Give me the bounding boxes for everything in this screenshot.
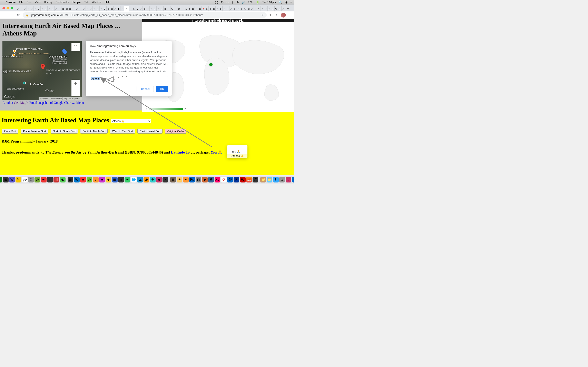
- tab-item[interactable]: ⟋: [51, 6, 54, 11]
- tab-item[interactable]: S: [243, 6, 247, 11]
- omnibox[interactable]: 🔒 rjmprogramming.com.au/HTMLCSS/interest…: [23, 12, 267, 18]
- map-zoom-in-button[interactable]: +: [71, 80, 80, 88]
- tab-item[interactable]: ✓: [226, 6, 229, 11]
- bookmark-star-icon[interactable]: ☆: [261, 13, 264, 17]
- tab-item[interactable]: ⟋: [153, 6, 156, 11]
- dock-app-icon[interactable]: ▭: [47, 177, 53, 183]
- dock-app-icon[interactable]: ✦: [125, 177, 130, 183]
- tab-item[interactable]: G: [37, 6, 41, 11]
- dock-app-icon[interactable]: ✎: [16, 177, 21, 183]
- tab-item[interactable]: ⟋: [48, 6, 51, 11]
- dock-folder-icon[interactable]: 📁: [267, 177, 272, 183]
- dock-app-icon[interactable]: ☀: [183, 177, 189, 183]
- dock-terminal-icon[interactable]: ▪: [163, 177, 168, 183]
- tab-item[interactable]: ⟋: [160, 6, 164, 11]
- tab-item[interactable]: ⟋: [82, 6, 86, 11]
- notification-center-icon[interactable]: ≡: [290, 1, 292, 4]
- dock-app-icon[interactable]: ✈: [150, 177, 156, 183]
- another-link[interactable]: Another: [2, 101, 13, 104]
- dock-app-icon[interactable]: ◆: [156, 177, 162, 183]
- dock-app-icon[interactable]: W: [9, 177, 15, 183]
- dock-app-icon[interactable]: R: [208, 177, 214, 183]
- you-link[interactable]: You 🙏: [210, 150, 222, 154]
- tab-item[interactable]: ⟋: [20, 6, 23, 11]
- tab-item[interactable]: ⟋: [79, 6, 82, 11]
- tab-item[interactable]: ⟋: [268, 6, 271, 11]
- dock-app-icon[interactable]: ◉: [292, 177, 294, 183]
- tab-item[interactable]: ⟋: [93, 6, 96, 11]
- tab-item[interactable]: ▦: [65, 6, 68, 11]
- extensions-puzzle-icon[interactable]: ✦: [275, 13, 278, 17]
- dock-app-icon[interactable]: Xd: [215, 177, 220, 183]
- original-order-button[interactable]: Original Order: [165, 129, 186, 133]
- map-marker-icon[interactable]: [23, 82, 26, 84]
- tab-item[interactable]: ≡: [257, 6, 261, 11]
- menubar-app-icon[interactable]: ⬚: [215, 1, 218, 4]
- window-zoom-button[interactable]: [11, 7, 13, 9]
- tab-item[interactable]: ⟋: [129, 6, 132, 11]
- place-reverse-sort-button[interactable]: Place Reverse Sort: [21, 129, 48, 133]
- tab-item[interactable]: ▦: [164, 6, 167, 11]
- volume-icon[interactable]: 🔊: [242, 1, 245, 4]
- tab-item[interactable]: 📍: [202, 6, 205, 11]
- tab-item[interactable]: ▦: [247, 6, 250, 11]
- tab-item[interactable]: ⟋: [16, 6, 20, 11]
- tab-item[interactable]: ⟋: [89, 6, 93, 11]
- menu-window[interactable]: Window: [92, 1, 101, 4]
- tab-item[interactable]: ⟋: [195, 6, 198, 11]
- east-west-sort-button[interactable]: East to West Sort: [138, 129, 163, 133]
- dock-app-icon[interactable]: ⊞: [3, 177, 9, 183]
- menu-people[interactable]: People: [72, 1, 81, 4]
- dock-app-icon[interactable]: ▦: [112, 177, 118, 183]
- mapq-link[interactable]: Map?: [20, 101, 27, 104]
- siri-icon[interactable]: ◉: [285, 1, 287, 4]
- dock-folder-icon[interactable]: 📁: [260, 177, 266, 183]
- dock-app-icon[interactable]: ▦: [170, 177, 176, 183]
- map-marker-icon[interactable]: [13, 50, 16, 53]
- tab-item[interactable]: ⟋: [113, 6, 117, 11]
- window-close-button[interactable]: [2, 7, 5, 9]
- tab-item[interactable]: ⟋: [278, 6, 282, 11]
- tab-item[interactable]: ⟋: [23, 6, 27, 11]
- menu-file[interactable]: File: [19, 1, 23, 4]
- dock-app-icon[interactable]: ⚙: [28, 177, 34, 183]
- tab-item[interactable]: ▦: [61, 6, 65, 11]
- tab-item[interactable]: a: [107, 6, 110, 11]
- place-select[interactable]: Athens 🙏: [111, 119, 151, 123]
- reload-button[interactable]: ⟳: [16, 13, 21, 17]
- google-map[interactable]: ATTICA BAKERIES OMONIA ATTIKI APTΟΠΟΙΕΙΑ…: [2, 41, 82, 100]
- dock-app-icon[interactable]: ◎: [35, 177, 40, 183]
- window-minimize-button[interactable]: [7, 7, 9, 9]
- dropdown-option-athens[interactable]: Athens 🙏: [227, 154, 247, 158]
- tab-close-icon[interactable]: ×: [126, 7, 127, 10]
- map-fullscreen-button[interactable]: ⛶: [71, 43, 80, 51]
- tab-item[interactable]: G: [103, 6, 107, 11]
- menubar-malware-icon[interactable]: Ⓜ: [221, 0, 224, 4]
- forward-button[interactable]: →: [9, 13, 14, 17]
- tab-item[interactable]: ⟋: [58, 6, 61, 11]
- map-marker-icon[interactable]: [12, 54, 15, 57]
- tab-item[interactable]: ✓: [261, 6, 264, 11]
- tab-item[interactable]: a: [205, 6, 209, 11]
- tab-item[interactable]: G: [132, 6, 136, 11]
- tab-item[interactable]: ⟋: [44, 6, 48, 11]
- dock-app-icon[interactable]: ♫: [286, 177, 291, 183]
- dock-app-icon[interactable]: ◆: [105, 177, 111, 183]
- dock-app-icon[interactable]: ⊗: [279, 177, 285, 183]
- dock-app-icon[interactable]: F: [233, 177, 239, 183]
- map-data-link[interactable]: Map Data: [39, 98, 49, 100]
- dock-app-icon[interactable]: ♪: [93, 177, 99, 183]
- dock-app-icon[interactable]: ◉: [144, 177, 149, 183]
- map-report-link[interactable]: Report a map error: [63, 98, 81, 100]
- tab-item[interactable]: ●: [121, 6, 124, 11]
- tab-item[interactable]: W: [275, 6, 278, 11]
- tab-item[interactable]: ⟋: [139, 6, 143, 11]
- menu-help[interactable]: Help: [105, 1, 111, 4]
- tab-item[interactable]: ⟋: [167, 6, 171, 11]
- tab-item[interactable]: ▦: [212, 6, 216, 11]
- dock-filezilla-icon[interactable]: Fz: [240, 177, 246, 183]
- dock-app-icon[interactable]: ☁: [137, 177, 143, 183]
- active-tab[interactable]: ×: [124, 6, 129, 11]
- dock-app-icon[interactable]: ⊡: [68, 177, 73, 183]
- tab-item[interactable]: ▨: [177, 6, 181, 11]
